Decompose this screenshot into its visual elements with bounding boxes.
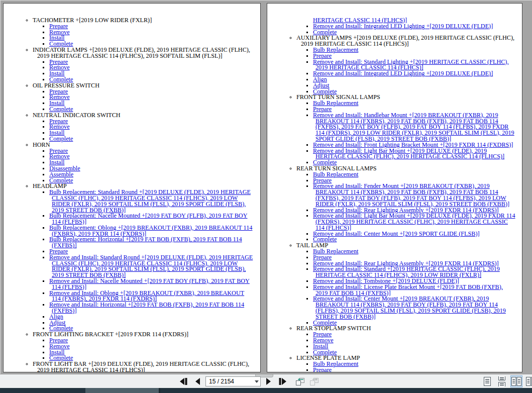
- toc-link-item: Bulb Replacement: Standard Round +[2019 …: [49, 189, 254, 213]
- toc-link[interactable]: Bulb Replacement: [313, 172, 516, 178]
- toc-link[interactable]: Bulb Replacement: [313, 361, 516, 367]
- toc-link[interactable]: Install: [49, 130, 254, 136]
- toc-link[interactable]: Install: [49, 71, 254, 77]
- toc-link[interactable]: Remove and Install: Center Mount +[2019 …: [313, 296, 516, 320]
- toc-link[interactable]: Align: [313, 77, 516, 83]
- page-navigation-group: [177, 376, 320, 387]
- toc-link[interactable]: Bulb Replacement: Horizontal +[2019 FAT …: [49, 237, 254, 249]
- toc-link-item: Install: [49, 101, 254, 107]
- toc-link[interactable]: Remove and Install: Handlebar Mount +[20…: [313, 113, 516, 142]
- toc-link[interactable]: Prepare: [49, 89, 254, 95]
- toc-link-item: Remove and Install: Integrated LED Light…: [313, 24, 516, 30]
- toc-section-title: FRONT LIGHT BAR +[2019 DELUXE (FLDE), 20…: [33, 361, 254, 372]
- toc-link[interactable]: Prepare: [49, 338, 254, 344]
- toc-link[interactable]: Remove: [49, 94, 254, 101]
- previous-view-button[interactable]: [294, 376, 306, 387]
- skip-to-first-page-icon: [179, 378, 188, 385]
- viewer-toolbar: [0, 374, 532, 388]
- facing-pages-view-button[interactable]: [510, 375, 522, 387]
- previous-page-icon: [194, 378, 200, 385]
- toc-link[interactable]: Remove: [49, 344, 254, 350]
- toc-link[interactable]: Install: [49, 35, 254, 41]
- toc-link[interactable]: Remove and Install: Standard Round +[201…: [49, 255, 254, 278]
- toc-link[interactable]: Complete: [49, 178, 254, 184]
- toc-link[interactable]: Disassemble: [49, 166, 254, 172]
- page-number-input[interactable]: [206, 377, 253, 385]
- first-page-button[interactable]: [177, 376, 189, 387]
- toc-link[interactable]: Install: [313, 344, 516, 350]
- toc-link[interactable]: Remove: [49, 65, 254, 71]
- toc-link[interactable]: Install: [49, 350, 254, 356]
- single-page-view-button[interactable]: [481, 375, 493, 387]
- toc-link[interactable]: Assemble: [49, 172, 254, 178]
- continuous-scroll-view-icon: [498, 376, 506, 386]
- toc-link[interactable]: Bulb Replacement: Oblong +[2019 BREAKOUT…: [49, 225, 254, 237]
- toc-link[interactable]: Bulb Replacement: Standard Round +[2019 …: [49, 189, 254, 213]
- toc-link[interactable]: Remove and Install: Oblong +[2019 BREAKO…: [49, 290, 254, 303]
- toc-link[interactable]: Prepare: [49, 119, 254, 125]
- toc-link[interactable]: Remove and Install: Fender Mount +[2019 …: [313, 183, 516, 207]
- toc-link-item: Install: [49, 130, 254, 136]
- toc-link-item: Bulb Replacement: [313, 47, 516, 53]
- taskbar-active-segment[interactable]: [85, 388, 160, 393]
- chevron-down-icon[interactable]: [253, 377, 260, 386]
- toc-link[interactable]: Remove: [49, 30, 254, 36]
- toc-link[interactable]: Adjust: [49, 320, 254, 326]
- toc-link[interactable]: Prepare: [313, 367, 516, 372]
- toc-link[interactable]: Complete: [49, 136, 254, 142]
- toc-link-item: Install: [49, 35, 254, 41]
- book-view-button[interactable]: [525, 375, 532, 387]
- toc-link[interactable]: Align: [49, 314, 254, 320]
- toc-link-item: Complete: [313, 237, 516, 243]
- toc-link[interactable]: Remove and Install: Center Mount +[2019 …: [313, 231, 516, 237]
- toc-link[interactable]: Prepare: [49, 148, 254, 154]
- toc-link[interactable]: Remove: [49, 124, 254, 130]
- next-page-button[interactable]: [263, 376, 275, 387]
- toc-link[interactable]: Remove and Install: License Plate Bracke…: [313, 284, 516, 297]
- toc-link[interactable]: Bulb Replacement: [313, 249, 516, 255]
- toc-link[interactable]: Remove and Install: Nacelle Mounted +[20…: [49, 278, 254, 290]
- continuous-view-button[interactable]: [496, 375, 508, 387]
- toc-link-item: Remove: [49, 94, 254, 101]
- toc-link-item: Bulb Replacement: Oblong +[2019 BREAKOUT…: [49, 225, 254, 237]
- toc-link[interactable]: Remove and Install: Horizontal +[2019 FA…: [49, 302, 254, 314]
- toc-link[interactable]: Prepare: [49, 59, 254, 65]
- toc-section: TAIL LAMPBulb ReplacementPrepareRemove a…: [296, 243, 516, 326]
- toc-link[interactable]: Bulb Replacement: [313, 47, 516, 53]
- toc-section: AUXILIARY LAMPS +[2019 DELUXE (FLDE), 20…: [296, 35, 516, 94]
- toc-link[interactable]: Remove and Install: Integrated LED Light…: [313, 24, 516, 30]
- next-view-button[interactable]: [308, 376, 320, 387]
- toc-link[interactable]: Remove and Install: Light Bar Mount +[20…: [313, 213, 516, 231]
- page-number-combobox[interactable]: [205, 376, 261, 386]
- toc-link[interactable]: Remove and Install: Standard +[2019 HERI…: [313, 266, 516, 278]
- toc-link[interactable]: Remove: [49, 154, 254, 160]
- toc-section: HEADLAMPBulb Replacement: Standard Round…: [33, 183, 254, 332]
- previous-page-button[interactable]: [191, 376, 203, 387]
- toc-link-item: Remove and Install: License Plate Bracke…: [313, 284, 516, 297]
- toc-section: OIL PRESSURE SWITCHPrepareRemoveInstallC…: [33, 83, 254, 113]
- toc-link-item: Remove and Install: Handlebar Mount +[20…: [313, 113, 516, 142]
- toc-link[interactable]: Adjust: [313, 83, 516, 89]
- toc-link[interactable]: Remove: [313, 338, 516, 344]
- toc-link[interactable]: Bulb Replacement: Nacelle Mounted +[2019…: [49, 213, 254, 225]
- toc-sublist: PrepareRemoveInstallComplete: [33, 24, 254, 47]
- toc-sublist: PrepareRemoveInstallComplete: [296, 332, 516, 355]
- toc-link[interactable]: Remove and Install: Integrated LED Light…: [313, 71, 516, 77]
- toc-sublist: HERITAGE CLASSIC 114 (FLHCS)]Remove and …: [296, 18, 516, 35]
- toc-link-item: Bulb Replacement: Nacelle Mounted +[2019…: [49, 213, 254, 225]
- toc-link-item: Bulb Replacement: [313, 249, 516, 255]
- toc-link[interactable]: Prepare: [313, 332, 516, 338]
- toc-link[interactable]: Install: [49, 101, 254, 107]
- document-page-right: HERITAGE CLASSIC 114 (FLHCS)]Remove and …: [267, 3, 522, 372]
- toc-link[interactable]: Complete: [313, 237, 516, 243]
- last-page-button[interactable]: [277, 376, 289, 387]
- next-page-icon: [266, 378, 272, 385]
- toc-link[interactable]: Bulb Replacement: [313, 101, 516, 107]
- toc-link[interactable]: Remove and Install: Light Bar Mount +[20…: [313, 148, 516, 160]
- toc-link-item: Remove: [49, 344, 254, 350]
- toc-link[interactable]: Prepare: [49, 24, 254, 30]
- toc-section: TACHOMETER +[2019 LOW RIDER (FXLR)]Prepa…: [33, 18, 254, 47]
- toc-link-item: Prepare: [49, 338, 254, 344]
- toc-link[interactable]: Remove and Install: Standard Lighting +[…: [313, 59, 516, 71]
- toc-link-item: Complete: [49, 136, 254, 142]
